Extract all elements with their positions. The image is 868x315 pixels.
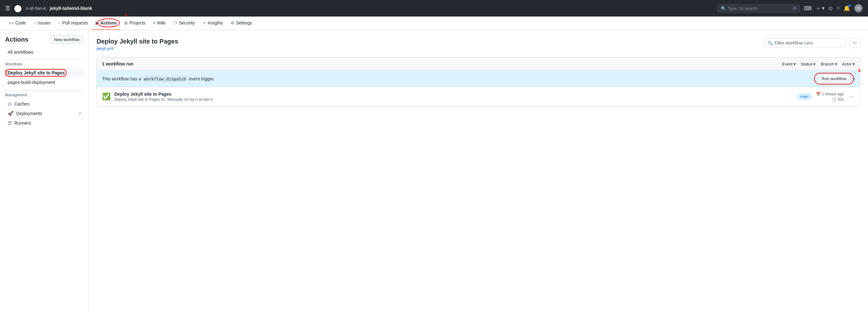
runs-count: 1 workflow run [102,61,133,66]
runs-section: 1 workflow run Event ▾ Status ▾ Branch ▾ [97,57,860,107]
status-chevron-icon: ▾ [813,62,815,66]
nav-tabs: <> Code ○ Issues ⑂ Pull requests ▶ Actio… [0,17,868,30]
clock-icon: 🕐 [832,97,837,102]
page-title: Deploy Jekyll site to Pages [97,38,178,45]
run-meta: 📅 1 minute ago 🕐 53s [816,92,844,102]
run-more-button[interactable]: ··· [848,93,855,100]
tab-wiki[interactable]: ≡ Wiki [149,17,169,30]
tab-projects[interactable]: ⊞ Projects [120,17,149,30]
tab-security[interactable]: 🛡 Security [169,17,199,30]
pull-requests-icon[interactable]: ⑂ [837,5,840,11]
owner-link[interactable]: n-at-han-k [26,6,46,11]
actor-chevron-icon: ▾ [853,62,855,66]
run-title[interactable]: Deploy Jekyll site to Pages [114,91,793,97]
runs-filter-buttons: Event ▾ Status ▾ Branch ▾ Actor ▾ [782,62,855,66]
pull-requests-tab-icon: ⑂ [58,21,61,25]
sidebar-item-label-deploy-jekyll: Deploy Jekyll site to Pages [8,70,65,75]
settings-tab-icon: ⚙ [231,21,235,25]
notifications-icon[interactable]: 🔔 [843,5,850,12]
run-time-row: 📅 1 minute ago [816,92,844,96]
calendar-icon: 📅 [816,92,821,96]
repo-breadcrumb: n-at-han-k / jekyll-tailwind-blank [26,6,92,11]
main-content: Deploy Jekyll site to Pages jekyll.yml 🔍… [89,30,868,312]
dispatch-code: workflow_dispatch [142,76,188,82]
workflows-section-label: Workflows [5,62,84,66]
caches-icon: ⊙ [8,101,12,107]
new-workflow-button[interactable]: New workflow [50,35,84,44]
tab-code[interactable]: <> Code [5,17,30,30]
breadcrumb-slash: / [47,6,49,11]
sidebar-item-runners[interactable]: ☰ Runners [5,118,84,128]
management-section-label: Management [5,93,84,97]
status-filter-button[interactable]: Status ▾ [801,62,816,66]
deployments-icon: 🚀 [8,111,14,116]
tab-issues[interactable]: ○ Issues [30,17,54,30]
main-header: Deploy Jekyll site to Pages jekyll.yml 🔍… [97,38,860,51]
branch-badge[interactable]: main [797,93,812,100]
tab-pull-requests[interactable]: ⑂ Pull requests [54,17,92,30]
run-success-icon: ✅ [102,92,111,101]
search-box[interactable]: 🔍 Type / to search / [717,4,800,13]
annotation-3: 3. [858,68,861,73]
tab-insights[interactable]: ↗ Insights [198,17,226,30]
sidebar-divider-2 [5,91,84,91]
sidebar-title: Actions [5,36,28,43]
topbar: ☰ ⬤ n-at-han-k / jekyll-tailwind-blank 🔍… [0,0,868,17]
actions-tab-icon: ▶ [96,21,99,25]
sidebar-item-deployments[interactable]: 🚀 Deployments ↗ [5,109,84,118]
all-workflows-item[interactable]: All workflows [5,48,84,57]
search-placeholder: Type / to search [728,6,757,11]
run-duration-row: 🕐 53s [832,97,844,102]
workflow-file-link[interactable]: jekyll.yml [97,46,178,51]
tab-settings[interactable]: ⚙ Settings [227,17,256,30]
run-workflow-chevron: ▾ [853,77,855,81]
actor-filter-button[interactable]: Actor ▾ [842,62,855,66]
hamburger-icon[interactable]: ☰ [5,5,10,12]
annotation-1: 1. [125,12,128,17]
filter-workflow-input[interactable]: 🔍 Filter workflow runs [764,38,847,47]
tab-actions-label: Actions [100,20,117,25]
runners-label: Runners [14,120,31,125]
code-icon: <> [9,21,14,25]
sidebar-item-caches[interactable]: ⊙ Caches [5,99,84,109]
run-subtitle: Deploy Jekyll site to Pages #1: Manually… [114,97,793,102]
repo-name[interactable]: jekyll-tailwind-blank [50,6,92,11]
run-workflow-button[interactable]: Run workflow [817,75,850,83]
deployments-label: Deployments [16,111,42,116]
sidebar-item-pages-build[interactable]: pages-build-deployment [5,78,84,87]
run-duration: 53s [838,97,844,102]
more-options-button[interactable]: ··· [849,38,860,48]
runs-header: 1 workflow run Event ▾ Status ▾ Branch ▾ [97,58,860,70]
filter-search-icon: 🔍 [768,41,773,46]
dispatch-text: This workflow has a workflow_dispatch ev… [102,76,215,81]
projects-tab-icon: ⊞ [124,21,128,25]
run-time: 1 minute ago [822,92,844,96]
insights-tab-icon: ↗ [203,21,206,25]
runners-icon: ☰ [8,120,12,126]
run-row: ✅ Deploy Jekyll site to Pages Deploy Jek… [97,87,860,106]
sidebar-item-label-pages-build: pages-build-deployment [8,80,55,85]
event-chevron-icon: ▾ [794,62,796,66]
layout: Actions New workflow All workflows Workf… [0,30,868,312]
github-logo: ⬤ [14,4,22,12]
filter-row: 🔍 Filter workflow runs ··· [764,38,860,48]
plus-menu[interactable]: ＋ ▾ [815,5,825,12]
tab-actions[interactable]: ▶ Actions 1. [92,17,120,30]
branch-chevron-icon: ▾ [835,62,837,66]
wiki-tab-icon: ≡ [153,21,156,25]
run-info: Deploy Jekyll site to Pages Deploy Jekyl… [114,91,793,102]
issues-icon[interactable]: ⊙ [828,5,833,12]
issues-tab-icon: ○ [34,21,36,25]
slash-key-hint: / [793,6,796,10]
sidebar: Actions New workflow All workflows Workf… [0,30,89,312]
external-link-icon: ↗ [78,112,81,116]
avatar[interactable]: N [854,4,863,13]
sidebar-divider [5,59,84,59]
filter-placeholder: Filter workflow runs [775,40,813,46]
security-tab-icon: 🛡 [173,21,177,25]
terminal-icon[interactable]: ⌨ [804,5,812,12]
branch-filter-button[interactable]: Branch ▾ [821,62,837,66]
caches-label: Caches [14,102,29,107]
sidebar-item-deploy-jekyll[interactable]: Deploy Jekyll site to Pages [5,68,84,77]
event-filter-button[interactable]: Event ▾ [782,62,796,66]
